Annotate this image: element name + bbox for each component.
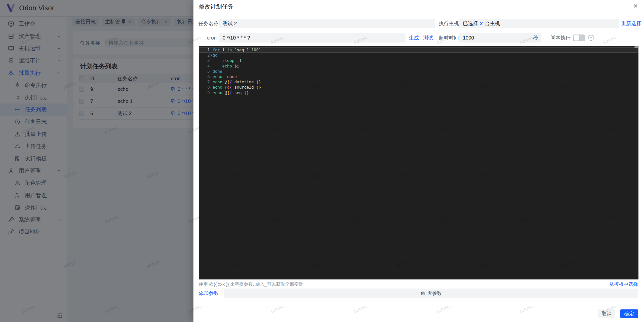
modal-header: 修改计划任务 ✕ — [193, 0, 644, 13]
modal-overlay-mask[interactable] — [0, 0, 193, 322]
add-parameter-link[interactable]: 添加参数 — [199, 289, 219, 298]
line-number: 3 — [199, 58, 210, 63]
code-line-4: 4 echo $i — [199, 63, 638, 69]
editor-hint-row: 使用 @{{ xxx }} 来替换参数, 输入_可以获取全部变量 从模板中选择 — [199, 281, 638, 288]
cron-input[interactable] — [219, 33, 406, 43]
code-line-6: 6echo 'done' — [199, 74, 638, 79]
code-text: echo 'done' — [213, 74, 239, 79]
line-number: 8 — [199, 85, 210, 90]
cron-generate-link[interactable]: 生成 — [409, 33, 419, 43]
timeout-input[interactable] — [459, 33, 541, 43]
code-text: done — [213, 69, 222, 74]
code-line-5: 5done — [199, 69, 638, 74]
line-number: 7 — [199, 79, 210, 85]
param-usage-hint: 使用 @{{ xxx }} 来替换参数, 输入_可以获取全部变量 — [199, 281, 303, 287]
timeout-label: 超时时间 — [439, 33, 459, 43]
script-exec-toggle[interactable] — [573, 34, 585, 41]
cron-test-link[interactable]: 测试 — [423, 33, 433, 43]
code-text: echo @{{ sourceId }} — [213, 85, 261, 90]
cancel-button[interactable]: 取消 — [598, 309, 615, 318]
code-line-3: 3 sleep .1 — [199, 58, 638, 63]
code-text: echo @{{ datetime }} — [213, 79, 261, 85]
indent-guide — [213, 122, 213, 132]
select-from-template-link[interactable]: 从模板中选择 — [609, 281, 638, 288]
modal-title: 修改计划任务 — [199, 0, 233, 13]
code-text: for i in `seq 1 100` — [213, 47, 261, 53]
code-line-9: 9echo @{{ seq }} — [199, 90, 638, 95]
confirm-button[interactable]: 确定 — [620, 309, 638, 318]
timeout-unit: 秒 — [533, 33, 538, 43]
help-icon[interactable]: ? — [588, 35, 594, 41]
no-parameters-box: 无参数 — [224, 289, 638, 298]
line-number: 1 — [199, 47, 210, 53]
line-number: 2 — [199, 53, 210, 58]
code-line-7: 7echo @{{ datetime }} — [199, 79, 638, 85]
task-name-label: 任务名称 — [198, 19, 217, 28]
line-number: 9 — [199, 90, 210, 95]
selected-hosts-count: 2 — [480, 21, 483, 26]
code-line-1: 1for i in `seq 1 100` — [199, 47, 638, 53]
code-text: echo @{{ seq }} — [213, 90, 249, 95]
modal-footer: 取消 确定 — [193, 306, 644, 322]
line-number: 5 — [199, 69, 210, 74]
reselect-hosts-link[interactable]: 重新选择 — [621, 19, 641, 28]
exec-host-label: 执行主机 — [439, 19, 459, 28]
task-name-input[interactable] — [219, 19, 435, 28]
line-number: 6 — [199, 74, 210, 79]
code-text: echo $i — [213, 63, 239, 69]
code-line-2: 2∨do — [199, 53, 638, 58]
script-exec-label: 脚本执行 — [550, 33, 571, 43]
line-number: 4 — [199, 63, 210, 69]
selected-hosts-box[interactable]: 已选择 2 台主机 — [459, 19, 619, 28]
toggle-knob — [574, 35, 579, 41]
close-icon[interactable]: ✕ — [633, 3, 638, 9]
cron-label: cron — [198, 33, 217, 43]
code-line-8: 8echo @{{ sourceId }} — [199, 85, 638, 90]
fold-chevron-icon[interactable]: ∨ — [210, 53, 212, 58]
no-parameters-text: 无参数 — [427, 290, 442, 297]
empty-box-icon — [420, 291, 425, 296]
code-text: do — [213, 53, 217, 58]
selected-hosts-suffix: 台主机 — [485, 20, 500, 27]
selected-hosts-prefix: 已选择 — [463, 20, 478, 27]
script-code-editor[interactable]: 1for i in `seq 1 100`2∨do3 sleep .14 ech… — [199, 46, 638, 279]
app-root: Orion Visor 工作台资产管理主机运维运维审计批量执行命令执行执行日志任… — [0, 0, 644, 322]
edit-task-modal: 修改计划任务 ✕ 任务名称 执行主机 已选择 2 台主机 重新选择 cron 生… — [193, 0, 644, 322]
code-text: sleep .1 — [213, 58, 242, 63]
parameters-row: 添加参数 无参数 — [199, 289, 638, 298]
